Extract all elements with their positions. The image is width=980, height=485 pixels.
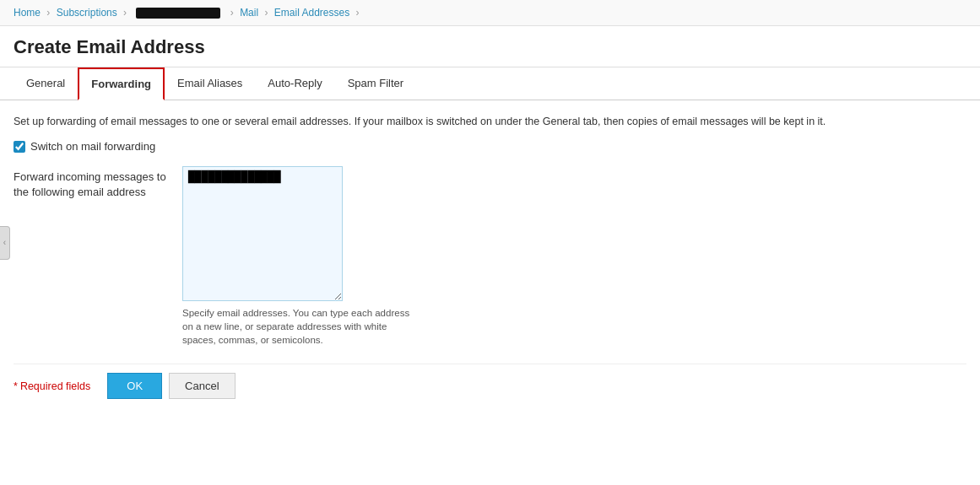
breadcrumb-home[interactable]: Home (14, 7, 41, 19)
breadcrumb: Home › Subscriptions › › Mail › Email Ad… (0, 0, 980, 26)
forwarding-checkbox-label[interactable]: Switch on mail forwarding (30, 140, 155, 153)
ok-button[interactable]: OK (107, 373, 162, 399)
main-content: Set up forwarding of email messages to o… (0, 100, 980, 412)
forwarding-checkbox[interactable] (14, 141, 25, 153)
breadcrumb-mail[interactable]: Mail (240, 7, 258, 19)
sidebar-toggle[interactable]: ‹ (0, 226, 10, 260)
forwarding-checkbox-row: Switch on mail forwarding (14, 140, 966, 153)
breadcrumb-account (136, 8, 220, 19)
tab-forwarding[interactable]: Forwarding (78, 67, 165, 100)
forward-address-textarea[interactable] (182, 166, 343, 301)
breadcrumb-email-addresses[interactable]: Email Addresses (274, 7, 349, 19)
tab-auto-reply[interactable]: Auto-Reply (255, 67, 334, 100)
forward-address-field: Specify email addresses. You can type ea… (182, 166, 419, 347)
tab-spam-filter[interactable]: Spam Filter (335, 67, 416, 100)
cancel-button[interactable]: Cancel (169, 373, 235, 399)
description-text: Set up forwarding of email messages to o… (14, 114, 966, 130)
breadcrumb-subscriptions[interactable]: Subscriptions (57, 7, 117, 19)
tabs-bar: General Forwarding Email Aliases Auto-Re… (0, 67, 980, 100)
hint-text: Specify email addresses. You can type ea… (182, 306, 419, 347)
forward-address-label: Forward incoming messages to the followi… (14, 166, 182, 200)
tab-email-aliases[interactable]: Email Aliases (165, 67, 255, 100)
email-forward-row: Forward incoming messages to the followi… (14, 166, 966, 347)
page-title: Create Email Address (0, 26, 980, 67)
required-fields-label: *Required fields (14, 380, 90, 392)
form-actions-row: *Required fields OK Cancel (14, 364, 966, 399)
tab-general[interactable]: General (14, 67, 78, 100)
